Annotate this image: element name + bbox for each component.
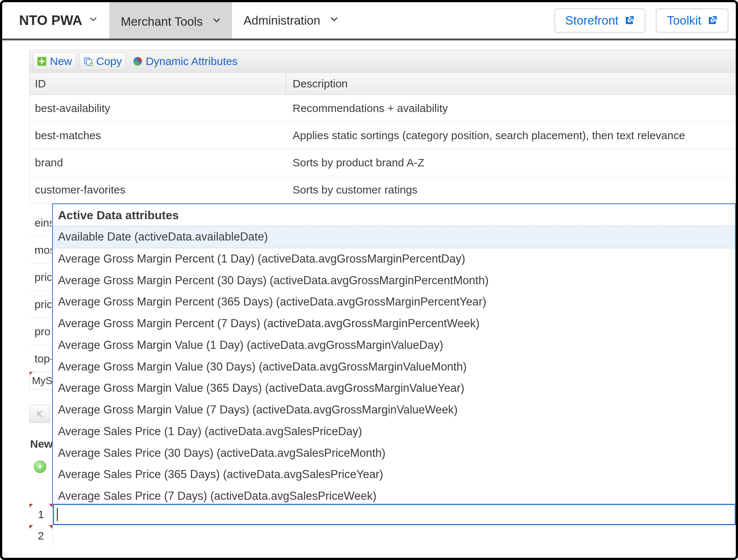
tab-administration[interactable]: Administration bbox=[232, 2, 350, 39]
tab-label: Administration bbox=[243, 14, 320, 28]
pager-first-icon bbox=[36, 410, 44, 418]
button-label: Dynamic Attributes bbox=[146, 55, 238, 68]
external-link-icon bbox=[707, 15, 717, 26]
cell-description: Sorts by customer ratings bbox=[286, 184, 736, 196]
partial-cell: pro bbox=[29, 318, 51, 345]
table-row[interactable]: best-matches Applies static sortings (ca… bbox=[29, 122, 736, 149]
autocomplete-option[interactable]: Average Gross Margin Percent (1 Day) (ac… bbox=[53, 248, 735, 270]
link-label: Storefront bbox=[565, 14, 619, 28]
add-row-button[interactable]: + bbox=[34, 460, 46, 473]
text-caret bbox=[57, 508, 58, 521]
autocomplete-option[interactable]: Average Sales Price (365 Days) (activeDa… bbox=[53, 464, 735, 485]
cell-id: customer-favorites bbox=[30, 184, 286, 196]
autocomplete-option[interactable]: Average Gross Margin Percent (7 Days) (a… bbox=[53, 313, 735, 335]
partial-cell: pric bbox=[29, 291, 51, 318]
pie-chart-icon bbox=[133, 56, 143, 66]
button-label: New bbox=[50, 55, 72, 68]
button-label: Copy bbox=[96, 55, 122, 68]
cell-id: best-availability bbox=[30, 102, 286, 115]
site-selector[interactable]: NTO PWA bbox=[19, 2, 109, 39]
autocomplete-option[interactable]: Average Sales Price (7 Days) (activeData… bbox=[53, 485, 735, 505]
rule-editor: 1 2 bbox=[29, 504, 736, 546]
column-header-description[interactable]: Description bbox=[286, 77, 735, 90]
plus-icon: + bbox=[37, 462, 43, 472]
table-row[interactable]: brand Sorts by product brand A-Z bbox=[29, 149, 736, 176]
rule-expression-empty-line[interactable] bbox=[53, 525, 736, 546]
plus-icon bbox=[37, 56, 47, 66]
new-button[interactable]: New bbox=[33, 53, 76, 70]
dynamic-attributes-button[interactable]: Dynamic Attributes bbox=[129, 53, 241, 70]
table-row[interactable]: customer-favorites Sorts by customer rat… bbox=[29, 176, 736, 203]
autocomplete-option[interactable]: Average Gross Margin Value (30 Days) (ac… bbox=[53, 356, 735, 378]
autocomplete-option[interactable]: Average Gross Margin Value (1 Day) (acti… bbox=[53, 335, 735, 356]
table-row[interactable]: best-availability Recommendations + avai… bbox=[29, 95, 736, 122]
line-number: 2 bbox=[29, 525, 53, 546]
cell-description: Applies static sortings (category positi… bbox=[286, 129, 736, 142]
autocomplete-option[interactable]: Average Gross Margin Value (7 Days) (act… bbox=[53, 399, 735, 421]
tab-label: Merchant Tools bbox=[121, 15, 203, 29]
autocomplete-group-header: Active Data attributes bbox=[53, 204, 735, 226]
partial-cell: pric bbox=[29, 264, 51, 291]
editing-row-label: MyS bbox=[32, 375, 53, 387]
top-nav: NTO PWA Merchant Tools Administration St… bbox=[2, 2, 736, 40]
new-rule-label: New bbox=[29, 438, 53, 450]
cell-id: best-matches bbox=[30, 129, 286, 142]
storefront-link[interactable]: Storefront bbox=[554, 8, 646, 33]
cell-description: Sorts by product brand A-Z bbox=[286, 156, 736, 169]
chevron-down-icon bbox=[212, 16, 221, 27]
column-header-id[interactable]: ID bbox=[30, 73, 286, 94]
partial-cell: mos bbox=[29, 236, 51, 264]
copy-icon bbox=[83, 56, 93, 66]
partial-cell: top- bbox=[29, 345, 51, 372]
pager-first-button[interactable] bbox=[29, 405, 50, 423]
cell-id: brand bbox=[30, 156, 286, 169]
toolkit-link[interactable]: Toolkit bbox=[656, 8, 728, 33]
autocomplete-popup: Active Data attributes Available Date (a… bbox=[52, 203, 736, 505]
editing-row-indicator[interactable]: MyS bbox=[29, 372, 53, 390]
cell-description: Recommendations + availability bbox=[286, 102, 736, 115]
grid-header-row: ID Description bbox=[29, 73, 736, 95]
rule-expression-input[interactable] bbox=[53, 504, 736, 525]
chevron-down-icon bbox=[89, 15, 98, 26]
partial-rows: eins mos pric pric pro top- bbox=[29, 209, 51, 372]
autocomplete-option[interactable]: Available Date (activeData.availableDate… bbox=[53, 226, 735, 248]
autocomplete-option[interactable]: Average Sales Price (30 Days) (activeDat… bbox=[53, 442, 735, 464]
partial-cell: eins bbox=[29, 209, 51, 236]
autocomplete-option[interactable]: Average Gross Margin Percent (30 Days) (… bbox=[53, 270, 735, 292]
chevron-down-icon bbox=[330, 15, 339, 26]
autocomplete-option[interactable]: Average Gross Margin Value (365 Days) (a… bbox=[53, 377, 735, 399]
copy-button[interactable]: Copy bbox=[79, 53, 126, 70]
site-title: NTO PWA bbox=[19, 13, 82, 28]
link-label: Toolkit bbox=[667, 14, 701, 28]
autocomplete-option[interactable]: Average Sales Price (1 Day) (activeData.… bbox=[53, 421, 735, 442]
autocomplete-option[interactable]: Average Gross Margin Percent (365 Days) … bbox=[53, 291, 735, 313]
external-link-icon bbox=[624, 15, 634, 26]
grid-toolbar: New Copy Dynamic Attributes bbox=[29, 50, 736, 73]
line-number: 1 bbox=[29, 504, 53, 525]
tab-merchant-tools[interactable]: Merchant Tools bbox=[109, 0, 232, 39]
